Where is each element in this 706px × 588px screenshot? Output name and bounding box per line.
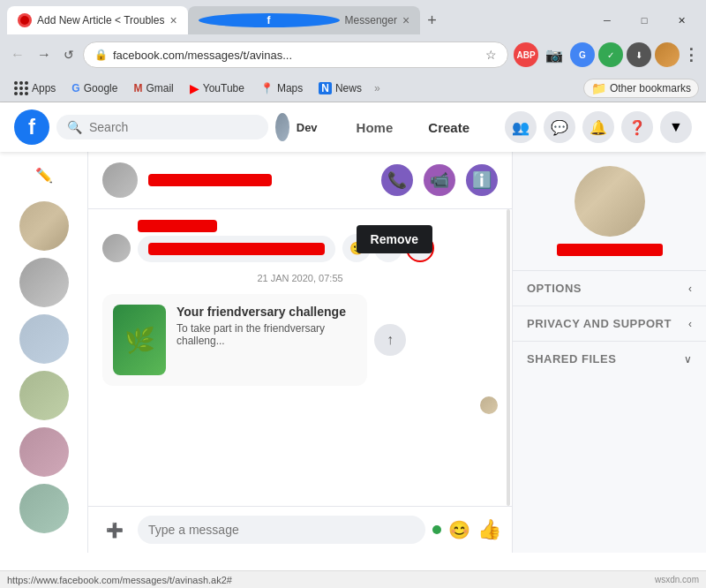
forward-button[interactable]: → — [34, 43, 55, 66]
url-text: facebook.com/messages/t/avinas... — [113, 49, 480, 62]
bookmark-maps-label: Maps — [277, 82, 303, 94]
conversation-item-2[interactable] — [19, 258, 69, 307]
sender-name-redacted — [138, 220, 217, 232]
video-call-button[interactable]: 📹 — [424, 164, 455, 196]
scroll-indicator[interactable] — [507, 209, 510, 506]
voice-call-button[interactable]: 📞 — [381, 164, 413, 196]
fb-nav-center: Home Create — [339, 113, 484, 142]
bookmark-google-label: Google — [84, 82, 118, 94]
bookmark-news-label: News — [335, 82, 362, 94]
privacy-section[interactable]: PRIVACY AND SUPPORT ‹ — [513, 306, 706, 341]
conversation-sidebar: ✏️ — [0, 152, 88, 553]
bookmark-apps[interactable]: Apps — [7, 79, 63, 97]
share-button[interactable]: ↑ — [374, 324, 406, 356]
back-button[interactable]: ← — [7, 43, 28, 66]
friendversary-card: 🌿 Your friendversary challenge To take p… — [102, 294, 367, 386]
emoji-button[interactable]: 😊 — [448, 519, 470, 540]
sender-avatar-1 — [102, 234, 131, 262]
facebook-nav: f 🔍 Dev Home Create 👥 💬 🔔 ❓ ▼ — [0, 102, 706, 152]
bookmark-gmail[interactable]: M Gmail — [126, 80, 180, 96]
chat-header-info — [148, 174, 272, 186]
fb-home-button[interactable]: Home — [339, 113, 411, 142]
fb-chevron-icon-button[interactable]: ▼ — [660, 111, 692, 143]
fb-people-icon-button[interactable]: 👥 — [505, 111, 537, 143]
conversation-item-5[interactable] — [19, 427, 69, 477]
fb-help-icon-button[interactable]: ❓ — [621, 111, 653, 143]
chat-contact-name-redacted — [148, 174, 272, 186]
footer-brand: wsxdn.com — [655, 575, 699, 584]
friendversary-message-row: 🌿 Your friendversary challenge To take p… — [102, 294, 498, 386]
browser-chrome: Add New Article < Troubles × f Messenger… — [0, 0, 706, 102]
compose-icon-button[interactable]: ✏️ — [28, 159, 60, 191]
bookmarks-overflow[interactable]: » — [374, 82, 380, 94]
tab2-close[interactable]: × — [402, 13, 409, 27]
add-attachment-button[interactable]: ➕ — [99, 514, 131, 546]
bookmark-google[interactable]: G Google — [64, 80, 124, 96]
bookmarks-bar: Apps G Google M Gmail ▶ YouTube 📍 Maps N… — [0, 76, 706, 102]
fb-user-avatar[interactable] — [275, 113, 289, 141]
extension-icon-3[interactable]: ⬇ — [627, 42, 651, 67]
bookmark-maps[interactable]: 📍 Maps — [253, 80, 310, 96]
tab1-close[interactable]: × — [169, 13, 176, 27]
tab1-label: Add New Article < Troubles — [37, 14, 164, 26]
fb-bell-icon-button[interactable]: 🔔 — [582, 111, 614, 143]
other-bookmarks[interactable]: 📁 Other bookmarks — [583, 79, 699, 98]
friendversary-image: 🌿 — [113, 305, 166, 375]
conversation-item-3[interactable] — [19, 314, 69, 364]
google-icon: G — [71, 82, 79, 94]
tab-bar: Add New Article < Troubles × f Messenger… — [0, 0, 706, 35]
friendversary-text: Your friendversary challenge To take par… — [176, 305, 357, 375]
seen-indicator — [102, 396, 498, 414]
fb-user-label: Dev — [297, 121, 318, 134]
shared-files-chevron-icon: ∨ — [684, 353, 692, 366]
message-input[interactable] — [138, 516, 425, 544]
facebook-page: f 🔍 Dev Home Create 👥 💬 🔔 ❓ ▼ ✏️ — [0, 102, 706, 553]
refresh-button[interactable]: ↺ — [60, 44, 78, 65]
shared-files-section[interactable]: SHARED FILES ∨ — [513, 342, 706, 376]
bookmark-star-icon[interactable]: ☆ — [485, 48, 497, 62]
maps-icon: 📍 — [260, 82, 274, 94]
youtube-icon: ▶ — [190, 81, 199, 95]
new-tab-button[interactable]: + — [427, 11, 437, 30]
chat-messages: 🙂 ↩ ••• Remove 21 JAN 2020, 07:55 🌿 — [88, 209, 512, 506]
fb-search-input[interactable] — [89, 120, 230, 134]
message-bubble-1 — [138, 236, 335, 262]
conversation-item-6[interactable] — [19, 484, 69, 533]
bookmark-youtube[interactable]: ▶ YouTube — [183, 79, 252, 97]
conversation-item-4[interactable] — [19, 371, 69, 420]
like-button[interactable]: 👍 — [477, 518, 501, 541]
profile-avatar[interactable] — [655, 42, 680, 67]
toolbar-icons: ABP 📷 G ✓ ⬇ ⋮ — [514, 42, 699, 67]
online-indicator — [432, 525, 441, 534]
chrome-menu-button[interactable]: ⋮ — [683, 45, 699, 64]
extension-icon-2[interactable]: ✓ — [598, 42, 623, 67]
tab2-label: Messenger — [345, 14, 397, 26]
conversation-item-1[interactable] — [19, 201, 69, 251]
chat-input-area: ➕ 😊 👍 — [88, 506, 512, 553]
status-bar: https://www.facebook.com/messages/t/avin… — [0, 570, 706, 588]
tab-1[interactable]: Add New Article < Troubles × — [7, 6, 188, 34]
facebook-logo[interactable]: f — [14, 109, 49, 145]
fb-search-icon: 🔍 — [67, 120, 82, 134]
abp-icon[interactable]: ABP — [514, 42, 538, 67]
facebook-search-box[interactable]: 🔍 — [56, 115, 268, 139]
maximize-button[interactable]: □ — [627, 7, 662, 34]
minimize-button[interactable]: ─ — [590, 7, 625, 34]
close-button[interactable]: ✕ — [664, 7, 699, 34]
url-bar[interactable]: 🔒 facebook.com/messages/t/avinas... ☆ — [83, 41, 508, 68]
fb-create-button[interactable]: Create — [414, 113, 484, 142]
fb-nav-right: 👥 💬 🔔 ❓ ▼ — [505, 111, 692, 143]
tab-2[interactable]: f Messenger × — [188, 6, 421, 34]
message-timestamp: 21 JAN 2020, 07:55 — [102, 273, 498, 283]
folder-icon: 📁 — [591, 81, 606, 95]
friendversary-body: To take part in the friendversary challe… — [176, 322, 357, 347]
extension-icon-1[interactable]: G — [570, 42, 595, 67]
info-button[interactable]: ℹ️ — [466, 164, 498, 196]
options-label: OPTIONS — [527, 282, 582, 295]
bookmark-news[interactable]: N News — [312, 80, 369, 96]
remove-tooltip: Remove — [357, 225, 432, 253]
camera-extension-icon[interactable]: 📷 — [542, 42, 567, 67]
fb-messenger-icon-button[interactable]: 💬 — [544, 111, 575, 143]
tab2-favicon: f — [199, 13, 340, 27]
options-section[interactable]: OPTIONS ‹ — [513, 271, 706, 305]
